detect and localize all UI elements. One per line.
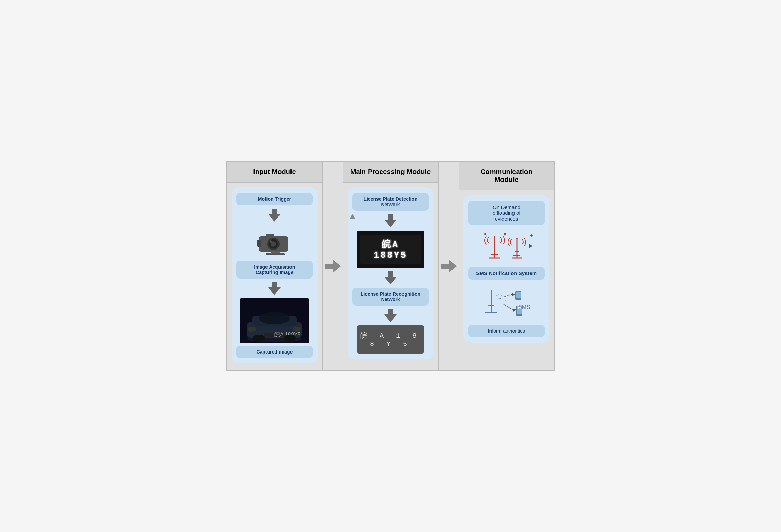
plate-chars: 皖A 188Y5 xyxy=(374,239,407,260)
car-svg: 皖A 188Y5 xyxy=(240,298,309,343)
tower-icons-area: + xyxy=(468,228,545,264)
main-processing-content: License Plate Detection Network 皖A 188Y5… xyxy=(348,187,434,359)
camera-icon-area xyxy=(236,225,313,258)
arrow-down-2 xyxy=(268,282,281,295)
camera-icon xyxy=(256,228,293,255)
arrow-down-5 xyxy=(384,309,397,322)
motion-trigger-label: Motion Trigger xyxy=(236,193,313,205)
svg-line-44 xyxy=(503,304,513,310)
captured-image: 皖A 188Y5 xyxy=(240,298,309,343)
svg-marker-39 xyxy=(512,293,515,296)
diagram-wrapper: Input Module Motion Trigger xyxy=(226,161,555,371)
svg-point-25 xyxy=(504,233,506,235)
inform-authorities-box: Inform authorities xyxy=(468,325,545,337)
tower-icons-svg: + xyxy=(479,231,534,261)
sms-icon-area: SMS xyxy=(468,282,545,322)
svg-text:SMS: SMS xyxy=(518,304,530,310)
lpd-network-label: License Plate Detection Network xyxy=(352,193,429,211)
svg-point-15 xyxy=(293,327,301,332)
right-arrow-2 xyxy=(441,260,457,272)
right-arrow-1 xyxy=(325,260,341,272)
main-processing-card: License Plate Detection Network 皖A 188Y5… xyxy=(348,187,434,359)
image-acquisition-label: Image Acquisition Capturing Image xyxy=(236,261,313,279)
main-processing-title: Main Processing Module xyxy=(343,162,438,183)
arrow-input-to-main xyxy=(323,162,343,370)
comm-module-card: On Demand offloading of evidences xyxy=(463,195,549,343)
svg-rect-42 xyxy=(516,292,521,298)
arrow-main-to-comm xyxy=(439,162,459,370)
on-demand-box: On Demand offloading of evidences xyxy=(468,201,545,225)
svg-point-13 xyxy=(259,312,290,324)
captured-image-label: Captured image xyxy=(236,346,313,358)
comm-module-column: Communication Module On Demand offloadin… xyxy=(459,162,554,370)
sms-notification-box: SMS Notification System xyxy=(468,267,545,280)
svg-point-26 xyxy=(494,236,495,237)
main-processing-column: Main Processing Module License Plate Det… xyxy=(343,162,439,370)
arrow-down-3 xyxy=(384,214,397,227)
input-module-card: Motion Trigger xyxy=(232,187,318,363)
feedback-dashed-line xyxy=(352,215,355,338)
svg-point-18 xyxy=(253,335,265,342)
recog-output-text: 皖 A 1 8 8 Y 5 xyxy=(360,332,421,348)
svg-point-8 xyxy=(270,240,272,243)
svg-rect-7 xyxy=(266,253,285,255)
arrow-down-1 xyxy=(268,209,281,222)
svg-point-24 xyxy=(484,233,486,235)
sms-svg: SMS xyxy=(479,285,534,319)
plate-image-inner: 皖A 188Y5 xyxy=(360,235,421,264)
comm-module-title: Communication Module xyxy=(459,162,554,190)
svg-rect-1 xyxy=(257,240,261,247)
input-module-title: Input Module xyxy=(227,162,322,183)
svg-point-19 xyxy=(284,335,296,342)
svg-point-14 xyxy=(248,327,256,332)
lpr-network-label: License Plate Recognition Network xyxy=(352,288,429,306)
recognition-output: 皖 A 1 8 8 Y 5 xyxy=(357,325,424,354)
svg-rect-5 xyxy=(266,234,274,237)
svg-point-31 xyxy=(516,238,518,239)
svg-text:+: + xyxy=(530,233,533,238)
input-module-column: Input Module Motion Trigger xyxy=(227,162,323,370)
plate-image: 皖A 188Y5 xyxy=(357,231,424,268)
input-module-content: Motion Trigger xyxy=(232,187,318,363)
svg-line-40 xyxy=(503,294,512,297)
arrow-down-4 xyxy=(384,271,397,284)
svg-marker-43 xyxy=(513,308,516,312)
feedback-arrow-head xyxy=(350,214,355,219)
comm-module-content: On Demand offloading of evidences xyxy=(463,195,549,343)
